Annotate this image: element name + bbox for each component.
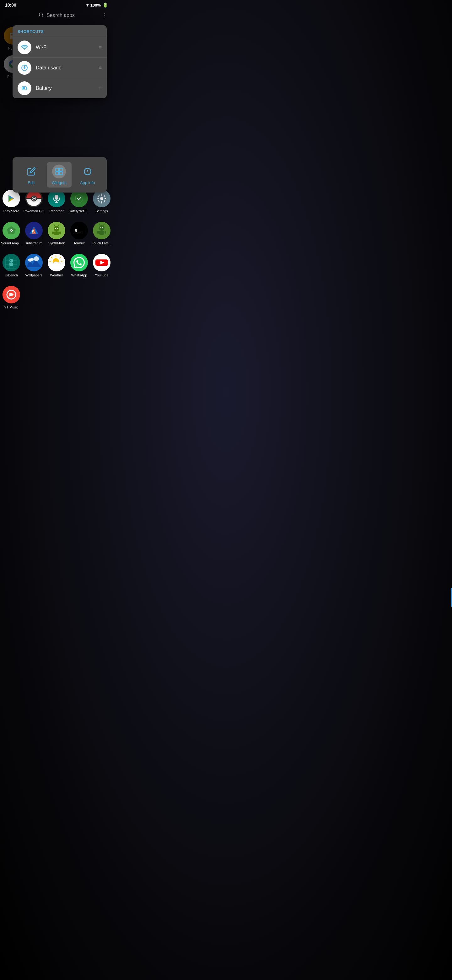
- svg-point-28: [33, 197, 35, 200]
- svg-point-53: [54, 224, 55, 225]
- svg-point-69: [100, 228, 102, 228]
- widgets-label: Widgets: [52, 180, 67, 185]
- uibench-label: UiBench: [5, 273, 18, 277]
- svg-rect-19: [56, 172, 59, 175]
- battery-drag-handle: ≡: [99, 86, 102, 91]
- soundamp-label: Sound Amp...: [1, 241, 22, 245]
- app-row-6: YT Music: [0, 283, 113, 312]
- svg-rect-20: [59, 172, 62, 175]
- recorder-label: Recorder: [49, 209, 63, 213]
- whatsapp-icon: [70, 254, 88, 271]
- app-item-uibench[interactable]: UiBench: [0, 251, 22, 280]
- app-item-touchlate[interactable]: Touch Late...: [90, 219, 113, 248]
- app-item-soundamp[interactable]: Sound Amp...: [0, 219, 22, 248]
- app-row-5: UiBench Wallpapers: [0, 251, 113, 280]
- appinfo-label: App info: [80, 180, 95, 185]
- settings-label: Settings: [95, 209, 108, 213]
- wifi-label: Wi-Fi: [36, 45, 95, 50]
- pokemon-label: Pokémon GO: [24, 209, 44, 213]
- app-row-4: Sound Amp... S substratum: [0, 219, 113, 248]
- app-item-synthmark[interactable]: SynthMark: [45, 219, 68, 248]
- svg-point-45: [11, 231, 12, 232]
- actions-popup: Edit Widgets App info: [13, 157, 107, 192]
- svg-text:S: S: [32, 229, 35, 234]
- datausage-label: Data usage: [36, 65, 95, 71]
- substratum-icon: S: [25, 222, 43, 239]
- battery-label: Battery: [36, 86, 95, 91]
- svg-text:$_: $_: [75, 228, 81, 233]
- search-icon: [38, 12, 44, 19]
- search-placeholder: Search apps: [46, 13, 75, 18]
- svg-rect-39: [105, 198, 106, 199]
- ytmusic-label: YT Music: [4, 305, 19, 309]
- uibench-icon: [3, 254, 20, 271]
- app-item-whatsapp[interactable]: WhatsApp: [68, 251, 90, 280]
- app-item-ytmusic[interactable]: YT Music: [0, 283, 22, 312]
- svg-point-82: [12, 260, 12, 261]
- svg-rect-15: [26, 88, 27, 89]
- svg-rect-17: [56, 169, 59, 171]
- svg-point-85: [34, 256, 39, 261]
- shortcut-battery[interactable]: Battery ≡: [13, 78, 107, 98]
- search-bar[interactable]: Search apps ⋮: [0, 9, 113, 22]
- svg-point-0: [39, 13, 43, 16]
- svg-point-87: [30, 258, 34, 261]
- svg-rect-38: [97, 198, 99, 199]
- wifi-drag-handle: ≡: [99, 45, 102, 50]
- svg-rect-71: [99, 231, 104, 235]
- svg-point-70: [102, 228, 103, 228]
- svg-rect-72: [97, 231, 99, 234]
- wallpapers-label: Wallpapers: [25, 273, 43, 277]
- svg-point-57: [57, 228, 58, 229]
- youtube-icon: [93, 254, 111, 271]
- svg-point-56: [55, 228, 56, 229]
- overflow-menu-icon[interactable]: ⋮: [102, 12, 108, 19]
- battery-icon: 🔋: [103, 3, 108, 8]
- touchlate-icon: [93, 222, 111, 239]
- weather-label: Weather: [50, 273, 63, 277]
- ytmusic-icon: [3, 286, 20, 304]
- svg-rect-58: [54, 231, 59, 235]
- app-item-termux[interactable]: $_ Termux: [68, 219, 90, 248]
- svg-point-55: [59, 224, 60, 225]
- svg-point-68: [104, 224, 105, 224]
- wifi-icon: ▾: [86, 3, 89, 8]
- svg-rect-60: [59, 231, 61, 234]
- edit-action[interactable]: Edit: [19, 162, 43, 188]
- appinfo-action[interactable]: App info: [75, 162, 100, 188]
- whatsapp-notification-dot: [85, 254, 88, 257]
- appinfo-icon: [81, 165, 95, 178]
- app-item-wallpapers[interactable]: Wallpapers: [22, 251, 45, 280]
- svg-point-66: [99, 224, 100, 224]
- svg-point-99: [53, 264, 60, 267]
- svg-rect-16: [22, 88, 25, 89]
- svg-point-35: [100, 197, 103, 200]
- status-icons: ▾ 100% 🔋: [86, 3, 108, 8]
- svg-marker-44: [7, 226, 16, 234]
- datausage-drag-handle: ≡: [99, 65, 102, 71]
- app-item-substratum[interactable]: S substratum: [22, 219, 45, 248]
- battery-shortcut-icon: [17, 81, 32, 95]
- wifi-shortcut-icon: [17, 41, 32, 54]
- shortcut-datausage[interactable]: Data usage ≡: [13, 57, 107, 78]
- youtube-label: YouTube: [95, 273, 108, 277]
- svg-rect-59: [52, 231, 54, 234]
- synthmark-label: SynthMark: [48, 241, 65, 245]
- whatsapp-label: WhatsApp: [71, 273, 87, 277]
- app-item-weather[interactable]: Weather: [45, 251, 68, 280]
- safetynet-label: SafetyNet T...: [69, 209, 89, 213]
- touchlate-label: Touch Late...: [92, 241, 112, 245]
- shortcut-wifi[interactable]: Wi-Fi ≡: [13, 37, 107, 57]
- svg-line-1: [42, 16, 43, 17]
- svg-rect-73: [105, 231, 106, 234]
- shortcuts-popup: SHORTCUTS Wi-Fi ≡ Data usage: [13, 25, 107, 98]
- widgets-action[interactable]: Widgets: [47, 162, 71, 188]
- svg-rect-37: [102, 201, 102, 203]
- app-item-youtube[interactable]: YouTube: [90, 251, 113, 280]
- svg-point-81: [10, 260, 11, 261]
- wallpapers-icon: [25, 254, 43, 271]
- edit-label: Edit: [28, 180, 35, 185]
- battery-percent: 100%: [90, 3, 101, 8]
- actions-row: Edit Widgets App info: [13, 161, 107, 189]
- weather-icon: [48, 254, 65, 271]
